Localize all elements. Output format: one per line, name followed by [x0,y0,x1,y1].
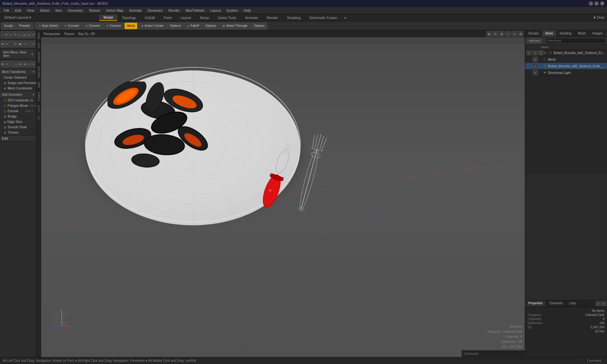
circle-view-button[interactable]: ○ [9,61,14,68]
convert-button-1[interactable]: ⟳ Convert [62,22,82,29]
menu-vertex-map[interactable]: Vertex Map [103,8,126,13]
smooth-shaft-button[interactable]: ◎ Smooth Shaft [0,124,36,130]
maximize-button[interactable]: □ [594,1,599,6]
rt-tab-shading[interactable]: Shading [556,30,575,37]
tree-vis-root3[interactable]: ● [538,50,543,55]
loop-tool-button[interactable]: ○ [27,40,31,47]
add-geometry-header[interactable]: Add Geometry ▾ [0,92,36,98]
menu-render[interactable]: Render [166,8,182,13]
menu-layout[interactable]: Layout [208,8,223,13]
select-tool-button[interactable]: ▷ [18,31,22,38]
menu-animate[interactable]: Animate [126,8,144,13]
tree-vis-full-mesh[interactable]: ● [533,64,538,69]
tree-item-mesh[interactable]: ● ⬡ Mesh [525,56,607,63]
vp-ctrl-4[interactable]: ⤢ [505,31,511,37]
item-menu-button[interactable]: Item Menu: New Item ▾ [1,50,35,58]
more-transforms-header[interactable]: More Transforms ▾ [0,69,36,75]
scale-tool-button[interactable]: ⤢ [9,31,14,38]
convert-button-2[interactable]: ⟳ Convert [83,22,103,29]
tree-vis-root[interactable]: ● [526,50,531,55]
tree-item-full-mesh[interactable]: ● ⬡ Boiled_Mussels_with_Seafood_Knife_Fo… [525,63,607,70]
tab-animate[interactable]: Animate [241,15,262,21]
tab-model[interactable]: Default Layouts ▾ [0,14,36,21]
arrow-button[interactable]: A [31,61,35,68]
history-button[interactable]: ↩ [27,61,31,68]
tab-add[interactable]: + [341,15,349,20]
rb-tab-lists[interactable]: Lists [566,300,579,307]
command-placeholder[interactable]: Command [584,358,604,363]
triangle-view-button[interactable]: △ [14,61,18,68]
grid-view-button[interactable]: ⊞ [1,61,5,68]
items-button[interactable]: Items [124,22,138,29]
options-button-1[interactable]: Options [167,22,184,29]
edge-slice-button[interactable]: ◈ Edge Slice [0,119,36,124]
menu-maxtomodo[interactable]: MaxToModo [183,8,207,13]
tab-topology[interactable]: Topology [117,15,140,21]
menu-edit[interactable]: Edit [13,8,24,13]
close-button[interactable]: ✕ [600,1,604,6]
side-tab-mesh-edit[interactable]: Mesh Edit [37,64,41,80]
add-item-button[interactable]: Add Item [526,38,542,44]
rt-tab-groups[interactable]: Groups [525,30,542,37]
action-center-button[interactable]: ⊕ Action Center [138,22,167,29]
tab-render[interactable]: Render [262,15,283,21]
bend-tool-button[interactable]: ⌒ [9,40,14,47]
mesh-constraints-button[interactable]: ⊕ Mesh Constraints [0,86,36,91]
vp-ctrl-6[interactable]: ⚙ [518,31,524,37]
polygon-bevel-button[interactable]: ⬡ Polygon Bevel Shift-B [0,103,36,108]
rt-tab-mesh[interactable]: Mesh [575,30,589,37]
side-tab-basic[interactable]: Basic [37,30,41,41]
rb-tab-properties[interactable]: Properties [525,300,546,307]
mirror-tool-button[interactable]: ⇔ [5,40,9,47]
move-tool-button[interactable]: ↕ [1,31,5,38]
filter-items-input[interactable] [546,38,606,44]
auto-select-button[interactable]: ⬡ Auto Select [36,22,61,29]
rb-close-button[interactable]: ✕ [601,301,606,306]
rb-tab-channels[interactable]: Channels [546,300,566,307]
menu-file[interactable]: File [1,8,12,13]
rotate-tool-button[interactable]: ↻ [5,31,9,38]
menu-dynamics[interactable]: Dynamics [145,8,165,13]
twist-tool-button[interactable]: ✦ [14,40,18,47]
menu-view[interactable]: View [24,8,37,13]
minimize-button[interactable]: ─ [589,1,593,6]
side-tab-polygon[interactable]: Polygon [37,90,41,103]
select-through-button[interactable]: ⊞ Select Through [220,22,250,29]
menu-system[interactable]: System [224,8,241,13]
tab-paint[interactable]: Paint [159,15,176,21]
transform-tool-button[interactable]: ✦ [14,31,18,38]
side-tab-curve[interactable]: Curve [37,103,41,114]
convert-button-3[interactable]: ⟳ Convert [103,22,124,29]
snaps-precision-button[interactable]: ⊕ Snaps and Precision [0,80,36,86]
rt-tab-images[interactable]: Images [589,30,606,37]
rt-tab-items[interactable]: Items [542,30,556,37]
vp-ctrl-2[interactable]: ↻ [493,31,498,37]
tree-vis-light[interactable]: ● [533,70,538,75]
vp-ctrl-5[interactable]: ≡ [512,31,517,37]
side-tab-item[interactable]: Item [37,41,41,50]
tab-game-tools[interactable]: Game Tools [213,15,241,21]
knife-tool-button[interactable]: ✂ [22,40,27,47]
side-tab-edge[interactable]: Edge [37,80,41,90]
presets-button[interactable]: Presets [16,22,33,29]
menu-texture[interactable]: Texture [86,8,103,13]
menu-help[interactable]: Help [241,8,254,13]
tree-vis-root2[interactable]: ● [532,50,537,55]
bridge-button[interactable]: ⊞ Bridge [0,114,36,119]
sds-subdivide-button[interactable]: ⬡ SDS Subdivide 2x [0,98,36,103]
options-button-3[interactable]: Options [251,22,267,29]
command-input[interactable] [464,352,523,355]
tree-item-light[interactable]: ● ☀ Directional Light [525,70,607,76]
paint-tool-button[interactable]: 🖌 [22,31,27,38]
thicken-button[interactable]: ⊕ Thicken [0,130,36,135]
menu-select[interactable]: Select [37,8,52,13]
vp-ctrl-3[interactable]: ⊕ [499,31,505,37]
menu-geometry[interactable]: Geometry [65,8,85,13]
menu-item[interactable]: Item [53,8,64,13]
side-tab-duplicate[interactable]: Duplicate [37,50,41,64]
tab-setup[interactable]: Setup [195,15,213,21]
measure-tool-button[interactable]: ◫ [27,31,31,38]
tab-schematic-fusion[interactable]: Schematic Fusion [305,15,341,21]
weld-tool-button[interactable]: ◉ [18,40,22,47]
center-selected-button[interactable]: Center Selected [0,75,36,80]
